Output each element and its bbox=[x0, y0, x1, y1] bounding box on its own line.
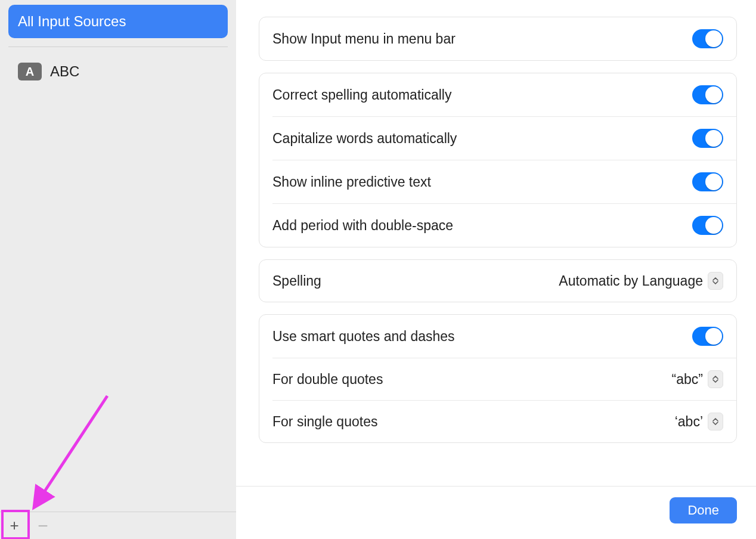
main-panel: Show Input menu in menu barCorrect spell… bbox=[236, 0, 756, 539]
settings-row-label: Show Input menu in menu bar bbox=[272, 31, 692, 47]
select-value: ‘abc’ bbox=[675, 414, 703, 430]
settings-row: Show inline predictive text bbox=[272, 160, 736, 203]
svg-line-1 bbox=[39, 396, 107, 500]
settings-row: Add period with double-space bbox=[272, 203, 736, 247]
settings-row-label: Show inline predictive text bbox=[272, 174, 692, 190]
plus-icon: + bbox=[10, 516, 18, 535]
minus-icon: − bbox=[38, 516, 48, 536]
settings-row-label: Capitalize words automatically bbox=[272, 131, 692, 147]
settings-row-label: For single quotes bbox=[272, 414, 675, 430]
settings-group: Use smart quotes and dashesFor double qu… bbox=[259, 314, 737, 443]
input-source-label: ABC bbox=[50, 63, 79, 80]
settings-row-label: Spelling bbox=[272, 273, 559, 289]
select-value: “abc” bbox=[672, 371, 703, 388]
settings-row-label: For double quotes bbox=[272, 371, 672, 388]
sidebar-item-label: All Input Sources bbox=[18, 13, 126, 29]
settings-group: Correct spelling automaticallyCapitalize… bbox=[259, 73, 737, 247]
updown-icon[interactable] bbox=[708, 370, 723, 388]
settings-row: SpellingAutomatic by Language bbox=[259, 260, 736, 302]
settings-row: Show Input menu in menu bar bbox=[259, 17, 736, 60]
select-value: Automatic by Language bbox=[559, 273, 703, 289]
settings-group: Show Input menu in menu bar bbox=[259, 17, 737, 61]
toggle-switch[interactable] bbox=[692, 327, 723, 346]
settings-row-value[interactable]: ‘abc’ bbox=[675, 413, 723, 430]
settings-row: For double quotes“abc” bbox=[272, 358, 736, 400]
toggle-switch[interactable] bbox=[692, 216, 723, 235]
settings-row-value[interactable]: Automatic by Language bbox=[559, 272, 723, 290]
sidebar-source-item[interactable]: A ABC bbox=[8, 47, 228, 86]
settings-row-value[interactable]: “abc” bbox=[672, 370, 723, 388]
input-source-badge-icon: A bbox=[18, 63, 42, 80]
add-input-source-button[interactable]: + bbox=[0, 512, 29, 540]
sidebar-item-all-input-sources[interactable]: All Input Sources bbox=[8, 5, 228, 38]
settings-row-label: Correct spelling automatically bbox=[272, 87, 692, 103]
updown-icon[interactable] bbox=[708, 413, 723, 430]
settings-row-label: Use smart quotes and dashes bbox=[272, 329, 692, 345]
settings-row: For single quotes‘abc’ bbox=[272, 400, 736, 442]
remove-input-source-button: − bbox=[29, 512, 57, 540]
settings-row-label: Add period with double-space bbox=[272, 218, 692, 234]
settings-row: Use smart quotes and dashes bbox=[259, 315, 736, 358]
toggle-switch[interactable] bbox=[692, 85, 723, 104]
done-button[interactable]: Done bbox=[670, 497, 737, 523]
settings-row: Capitalize words automatically bbox=[272, 116, 736, 160]
updown-icon[interactable] bbox=[708, 272, 723, 290]
toggle-switch[interactable] bbox=[692, 129, 723, 148]
footer: Done bbox=[236, 486, 756, 539]
annotation-arrow bbox=[24, 390, 119, 515]
sidebar: All Input Sources A ABC + bbox=[0, 0, 236, 539]
toggle-switch[interactable] bbox=[692, 29, 723, 48]
settings-row: Correct spelling automatically bbox=[259, 73, 736, 116]
sidebar-bottom-toolbar: + − bbox=[0, 512, 236, 539]
settings-group: SpellingAutomatic by Language bbox=[259, 259, 737, 302]
toggle-switch[interactable] bbox=[692, 172, 723, 191]
